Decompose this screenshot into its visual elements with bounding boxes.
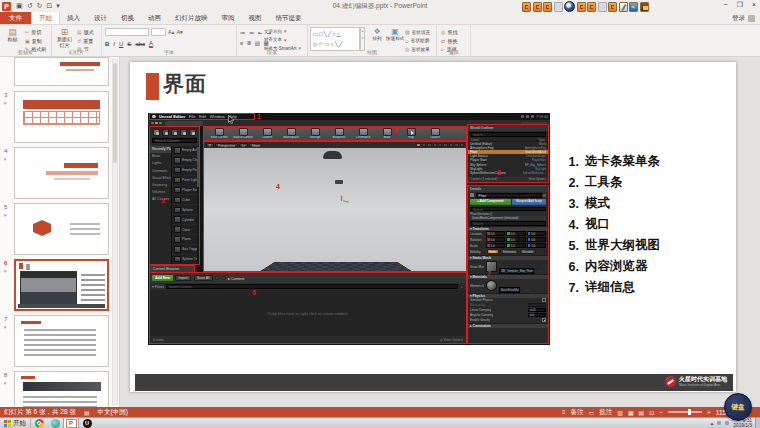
content-browser-body[interactable]: Drop files here or right click to create… [150,290,466,336]
tray-expand-icon[interactable]: ▴ [711,420,714,426]
strikethrough-button[interactable]: S [127,41,131,47]
toolbar-button[interactable]: Cinematics [351,128,375,140]
start-button[interactable]: 开始 [0,418,31,428]
ribbon-tab[interactable]: 动画 [141,12,168,24]
mac-minimize-icon[interactable] [155,122,158,125]
clear-format-button[interactable]: abc [135,41,145,47]
static-mesh-dropdown[interactable]: SM_Template_Map_Floor [499,268,534,274]
physics-control[interactable]: 0.01 [528,308,546,312]
arrange-button[interactable]: ❖ 排列 [368,27,386,41]
close-button[interactable]: × [752,1,756,9]
modes-category[interactable]: Volumes [150,189,171,196]
taskbar-globe-app[interactable] [47,418,63,428]
placeable-item[interactable]: Sphere [172,205,199,215]
zoom-in-button[interactable]: + [707,409,711,416]
ribbon-tab[interactable]: 开始 [31,12,60,24]
geometry-mode-icon[interactable] [189,129,196,136]
ue-menu-item[interactable]: File [189,114,196,119]
qat-button-icon[interactable]: ▣ [16,2,23,10]
filters-button[interactable]: ▾ Filters [152,285,164,289]
asset-tools-icons[interactable]: ◦ ◦ ◦ [538,269,543,273]
modes-scrollbar[interactable] [197,146,199,264]
outliner-search-input[interactable]: Search... [470,132,546,137]
shapes-scrollbar[interactable]: ▴▾ [360,27,365,51]
floating-overlay-badge[interactable]: 键盘 [724,393,752,421]
placeable-item[interactable]: Empty Pawn [172,166,199,176]
column-label[interactable]: Label [471,138,538,141]
slides-mini-button[interactable]: ▤版式 [77,29,94,35]
grow-font-icon[interactable]: A▴ [168,29,174,35]
landscape-mode-icon[interactable] [171,129,178,136]
constraints-section-header[interactable]: ▸ Constraints [468,323,548,328]
editing-mini-button[interactable]: ◎查找 [441,29,457,35]
reading-view-icon[interactable]: ▤ [639,409,645,416]
normal-view-icon[interactable]: ▥ [617,409,623,416]
move-tool-icon[interactable] [422,143,426,147]
viewport-button[interactable]: Show [249,143,262,147]
font-color-button[interactable]: A [149,40,153,48]
placeable-item[interactable]: Empty Character [172,156,199,166]
material-dropdown[interactable]: BasicFloorMat [499,287,520,293]
blueprint-add-script-button[interactable]: Blueprint/Add Script [512,199,546,205]
forward-icon[interactable] [222,276,226,280]
placeable-item[interactable]: Player Start [172,186,199,196]
y-value-field[interactable]: 1.0 [506,243,525,247]
ribbon-tab[interactable]: 插入 [60,12,87,24]
x-value-field[interactable]: 0.0 [486,237,505,241]
drawing-mini-button[interactable]: ▨形状填充 [405,29,436,35]
rotate-tool-icon[interactable] [427,143,431,147]
zoom-out-button[interactable]: − [659,409,663,416]
clipboard-mini-button[interactable]: ▣复制 [25,38,46,44]
ue-viewport[interactable]: ☰ PerspectiveLitShow [203,141,467,272]
placeable-item[interactable]: Sphere Trigger [172,255,199,264]
view-settings-icon[interactable] [460,285,464,289]
component-row[interactable]: StaticMeshComponent (Inherited) [470,216,546,221]
foliage-mode-icon[interactable] [180,129,187,136]
scrollbar-thumb[interactable] [197,147,199,187]
italic-button[interactable]: I [113,41,115,47]
toolbar-button[interactable]: Content [255,128,279,140]
column-type[interactable]: Type [538,138,545,141]
scale-tool-icon[interactable] [433,143,437,147]
placeable-item[interactable]: Box Trigger [172,245,199,255]
modes-category[interactable]: Visual Effects [150,175,171,182]
language-indicator[interactable]: 中文(中国) [98,408,128,417]
classroom-tool-icon[interactable] [577,2,586,12]
save-all-button[interactable]: Save All [194,275,213,281]
tray-icon[interactable] [717,421,721,425]
placeable-item[interactable]: Point Light [172,176,199,186]
actor-name-field[interactable]: Floor [476,193,542,198]
minimize-button[interactable]: − [724,1,728,9]
ribbon-tab[interactable]: 幻灯片放映 [168,12,215,24]
classroom-tool-icon[interactable] [564,1,575,12]
paint-mode-icon[interactable] [162,129,169,136]
material-thumbnail[interactable] [486,280,497,291]
ue-menu-item[interactable]: Edit [199,114,206,119]
qat-button-icon[interactable]: ↺ [27,2,33,10]
mac-close-icon[interactable] [151,122,154,125]
shrink-font-icon[interactable]: A▾ [176,29,182,35]
z-value-field[interactable]: 1.0 [527,243,546,247]
z-value-field[interactable]: 0.0 [527,237,546,241]
ribbon-tab[interactable]: 情节提要 [269,12,309,24]
slide-sorter-icon[interactable]: ▦ [628,409,634,416]
new-slide-button[interactable]: ⊞ 新建幻灯片 [55,27,74,48]
quick-styles-button[interactable]: ▣ 快速样式 [386,27,404,41]
lock-icon[interactable] [543,194,546,197]
classroom-tool-icon[interactable] [554,2,563,12]
font-name-select[interactable] [105,28,149,36]
classroom-tool-icon[interactable] [522,2,531,12]
mobility-option[interactable]: Movable [520,249,536,253]
x-value-field[interactable]: 1.0 [486,243,505,247]
classroom-tool-icon[interactable] [533,2,542,12]
ribbon-tab[interactable]: 切换 [114,12,141,24]
zoom-slider[interactable] [668,411,702,413]
zoom-slider-thumb[interactable] [688,409,691,415]
placeable-item[interactable]: Empty Actor [172,146,199,156]
mac-zoom-icon[interactable] [159,122,162,125]
modes-category[interactable]: Recently Placed [150,146,171,153]
notes-toggle[interactable]: 备注 [571,408,584,417]
slide[interactable]: 界面 Unreal Editor FileEditWindowHelp 7:19… [130,62,736,392]
comments-toggle[interactable]: 批注 [599,408,612,417]
y-value-field[interactable]: 0.0 [506,237,525,241]
